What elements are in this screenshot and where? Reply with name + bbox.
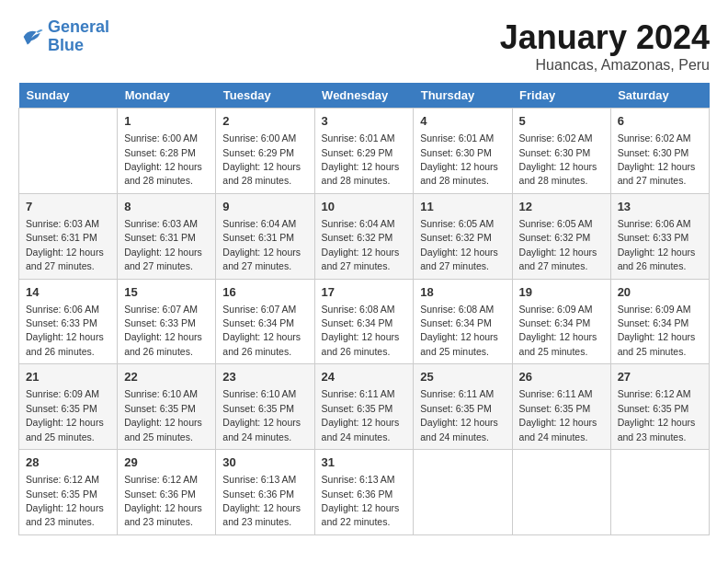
table-row: 1 Sunrise: 6:00 AMSunset: 6:28 PMDayligh…: [118, 109, 216, 194]
day-info: Sunrise: 6:02 AMSunset: 6:30 PMDaylight:…: [519, 132, 597, 186]
day-number: 3: [322, 113, 407, 130]
day-info: Sunrise: 6:01 AMSunset: 6:29 PMDaylight:…: [322, 132, 400, 186]
day-number: 29: [124, 454, 209, 471]
table-row: [414, 450, 512, 535]
day-info: Sunrise: 6:12 AMSunset: 6:35 PMDaylight:…: [618, 388, 696, 442]
table-row: 9 Sunrise: 6:04 AMSunset: 6:31 PMDayligh…: [216, 193, 314, 279]
day-info: Sunrise: 6:00 AMSunset: 6:29 PMDaylight:…: [222, 132, 301, 186]
day-number: 25: [420, 369, 505, 385]
day-info: Sunrise: 6:00 AMSunset: 6:28 PMDaylight:…: [124, 132, 202, 186]
table-row: 27 Sunrise: 6:12 AMSunset: 6:35 PMDaylig…: [610, 364, 709, 450]
day-info: Sunrise: 6:08 AMSunset: 6:34 PMDaylight:…: [420, 304, 498, 357]
table-row: 2 Sunrise: 6:00 AMSunset: 6:29 PMDayligh…: [216, 109, 314, 194]
table-row: 10 Sunrise: 6:04 AMSunset: 6:32 PMDaylig…: [314, 193, 414, 279]
day-number: 13: [618, 199, 702, 215]
day-number: 12: [519, 199, 604, 215]
table-row: 23 Sunrise: 6:10 AMSunset: 6:35 PMDaylig…: [216, 364, 314, 450]
table-row: 8 Sunrise: 6:03 AMSunset: 6:31 PMDayligh…: [118, 193, 216, 279]
day-info: Sunrise: 6:06 AMSunset: 6:33 PMDaylight:…: [26, 304, 104, 357]
day-number: 15: [124, 284, 209, 301]
day-number: 14: [26, 284, 110, 301]
day-info: Sunrise: 6:04 AMSunset: 6:32 PMDaylight:…: [322, 218, 400, 271]
day-number: 22: [124, 369, 209, 385]
day-info: Sunrise: 6:03 AMSunset: 6:31 PMDaylight:…: [26, 218, 104, 271]
day-info: Sunrise: 6:03 AMSunset: 6:31 PMDaylight:…: [124, 218, 202, 271]
day-info: Sunrise: 6:05 AMSunset: 6:32 PMDaylight:…: [420, 218, 498, 271]
table-row: 29 Sunrise: 6:12 AMSunset: 6:36 PMDaylig…: [118, 450, 216, 535]
table-row: 24 Sunrise: 6:11 AMSunset: 6:35 PMDaylig…: [314, 364, 414, 450]
table-row: [19, 109, 118, 194]
logo-text: GeneralBlue: [48, 18, 109, 55]
calendar-week-row: 28 Sunrise: 6:12 AMSunset: 6:35 PMDaylig…: [19, 450, 710, 535]
calendar-title: January 2024: [500, 18, 710, 57]
table-row: 16 Sunrise: 6:07 AMSunset: 6:34 PMDaylig…: [216, 279, 314, 364]
table-row: 21 Sunrise: 6:09 AMSunset: 6:35 PMDaylig…: [19, 364, 118, 450]
header-wednesday: Wednesday: [314, 83, 414, 109]
day-info: Sunrise: 6:06 AMSunset: 6:33 PMDaylight:…: [618, 218, 696, 271]
logo: GeneralBlue: [18, 18, 109, 55]
day-info: Sunrise: 6:09 AMSunset: 6:34 PMDaylight:…: [519, 304, 597, 357]
day-info: Sunrise: 6:01 AMSunset: 6:30 PMDaylight:…: [420, 132, 498, 186]
day-number: 10: [322, 199, 407, 215]
day-info: Sunrise: 6:02 AMSunset: 6:30 PMDaylight:…: [618, 132, 696, 186]
calendar-week-row: 1 Sunrise: 6:00 AMSunset: 6:28 PMDayligh…: [19, 109, 710, 194]
day-number: 8: [124, 199, 209, 215]
table-row: 26 Sunrise: 6:11 AMSunset: 6:35 PMDaylig…: [512, 364, 610, 450]
table-row: 7 Sunrise: 6:03 AMSunset: 6:31 PMDayligh…: [19, 193, 118, 279]
day-number: 21: [26, 369, 110, 385]
day-info: Sunrise: 6:11 AMSunset: 6:35 PMDaylight:…: [519, 388, 597, 442]
day-info: Sunrise: 6:13 AMSunset: 6:36 PMDaylight:…: [222, 474, 301, 527]
header-tuesday: Tuesday: [216, 83, 314, 109]
logo-bird-icon: [18, 24, 44, 50]
day-number: 28: [26, 454, 110, 471]
title-section: January 2024 Huancas, Amazonas, Peru: [500, 18, 710, 74]
day-info: Sunrise: 6:12 AMSunset: 6:35 PMDaylight:…: [26, 474, 104, 527]
table-row: 22 Sunrise: 6:10 AMSunset: 6:35 PMDaylig…: [118, 364, 216, 450]
day-number: 17: [322, 284, 407, 301]
day-number: 9: [222, 199, 307, 215]
day-number: 19: [519, 284, 604, 301]
table-row: 31 Sunrise: 6:13 AMSunset: 6:36 PMDaylig…: [314, 450, 414, 535]
day-number: 2: [222, 113, 307, 130]
day-number: 6: [618, 113, 702, 130]
header-monday: Monday: [118, 83, 216, 109]
day-number: 4: [420, 113, 505, 130]
header-friday: Friday: [512, 83, 610, 109]
day-number: 16: [222, 284, 307, 301]
table-row: 11 Sunrise: 6:05 AMSunset: 6:32 PMDaylig…: [414, 193, 512, 279]
day-number: 31: [322, 454, 407, 471]
calendar-week-row: 7 Sunrise: 6:03 AMSunset: 6:31 PMDayligh…: [19, 193, 710, 279]
calendar-header-row: Sunday Monday Tuesday Wednesday Thursday…: [19, 83, 710, 109]
table-row: 13 Sunrise: 6:06 AMSunset: 6:33 PMDaylig…: [610, 193, 709, 279]
table-row: 3 Sunrise: 6:01 AMSunset: 6:29 PMDayligh…: [314, 109, 414, 194]
day-number: 11: [420, 199, 505, 215]
table-row: 30 Sunrise: 6:13 AMSunset: 6:36 PMDaylig…: [216, 450, 314, 535]
table-row: 17 Sunrise: 6:08 AMSunset: 6:34 PMDaylig…: [314, 279, 414, 364]
page-header: GeneralBlue January 2024 Huancas, Amazon…: [18, 18, 710, 74]
calendar-subtitle: Huancas, Amazonas, Peru: [500, 57, 710, 74]
day-info: Sunrise: 6:09 AMSunset: 6:34 PMDaylight:…: [618, 304, 696, 357]
day-number: 30: [222, 454, 307, 471]
day-number: 20: [618, 284, 702, 301]
header-thursday: Thursday: [414, 83, 512, 109]
day-info: Sunrise: 6:09 AMSunset: 6:35 PMDaylight:…: [26, 388, 104, 442]
table-row: 19 Sunrise: 6:09 AMSunset: 6:34 PMDaylig…: [512, 279, 610, 364]
table-row: 12 Sunrise: 6:05 AMSunset: 6:32 PMDaylig…: [512, 193, 610, 279]
table-row: 6 Sunrise: 6:02 AMSunset: 6:30 PMDayligh…: [610, 109, 709, 194]
table-row: 4 Sunrise: 6:01 AMSunset: 6:30 PMDayligh…: [414, 109, 512, 194]
day-info: Sunrise: 6:12 AMSunset: 6:36 PMDaylight:…: [124, 474, 202, 527]
calendar-table: Sunday Monday Tuesday Wednesday Thursday…: [18, 83, 710, 535]
day-number: 7: [26, 199, 110, 215]
day-number: 26: [519, 369, 604, 385]
day-info: Sunrise: 6:07 AMSunset: 6:34 PMDaylight:…: [222, 304, 301, 357]
header-sunday: Sunday: [19, 83, 118, 109]
day-info: Sunrise: 6:11 AMSunset: 6:35 PMDaylight:…: [322, 388, 400, 442]
table-row: 20 Sunrise: 6:09 AMSunset: 6:34 PMDaylig…: [610, 279, 709, 364]
table-row: 14 Sunrise: 6:06 AMSunset: 6:33 PMDaylig…: [19, 279, 118, 364]
day-info: Sunrise: 6:05 AMSunset: 6:32 PMDaylight:…: [519, 218, 597, 271]
table-row: 15 Sunrise: 6:07 AMSunset: 6:33 PMDaylig…: [118, 279, 216, 364]
day-info: Sunrise: 6:11 AMSunset: 6:35 PMDaylight:…: [420, 388, 498, 442]
day-number: 27: [618, 369, 702, 385]
table-row: 25 Sunrise: 6:11 AMSunset: 6:35 PMDaylig…: [414, 364, 512, 450]
table-row: 28 Sunrise: 6:12 AMSunset: 6:35 PMDaylig…: [19, 450, 118, 535]
